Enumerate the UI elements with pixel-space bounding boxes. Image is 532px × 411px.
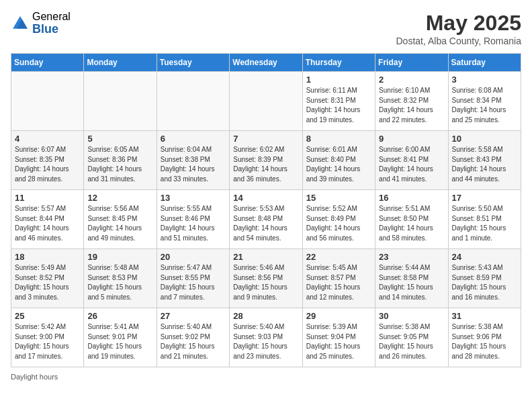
day-info: Sunrise: 5:55 AM Sunset: 8:46 PM Dayligh… xyxy=(161,204,226,243)
day-number: 11 xyxy=(15,193,80,203)
day-number: 5 xyxy=(87,134,152,144)
calendar-cell: 14Sunrise: 5:53 AM Sunset: 8:48 PM Dayli… xyxy=(230,190,302,249)
day-number: 22 xyxy=(306,252,371,262)
calendar-cell: 25Sunrise: 5:42 AM Sunset: 9:00 PM Dayli… xyxy=(11,308,84,367)
day-number: 9 xyxy=(379,134,444,144)
calendar-cell: 20Sunrise: 5:47 AM Sunset: 8:55 PM Dayli… xyxy=(157,249,229,308)
day-info: Sunrise: 5:44 AM Sunset: 8:58 PM Dayligh… xyxy=(379,263,444,302)
day-info: Sunrise: 6:05 AM Sunset: 8:36 PM Dayligh… xyxy=(87,145,152,184)
day-number: 26 xyxy=(87,311,152,321)
day-info: Sunrise: 5:41 AM Sunset: 9:01 PM Dayligh… xyxy=(87,322,152,361)
month-title: May 2025 xyxy=(396,11,521,36)
day-number: 16 xyxy=(379,193,444,203)
week-row-5: 25Sunrise: 5:42 AM Sunset: 9:00 PM Dayli… xyxy=(11,308,521,367)
day-info: Sunrise: 5:47 AM Sunset: 8:55 PM Dayligh… xyxy=(161,263,226,302)
calendar-cell: 22Sunrise: 5:45 AM Sunset: 8:57 PM Dayli… xyxy=(302,249,375,308)
day-number: 15 xyxy=(306,193,371,203)
calendar-cell: 13Sunrise: 5:55 AM Sunset: 8:46 PM Dayli… xyxy=(157,190,229,249)
calendar-cell: 24Sunrise: 5:43 AM Sunset: 8:59 PM Dayli… xyxy=(448,249,521,308)
day-info: Sunrise: 5:51 AM Sunset: 8:50 PM Dayligh… xyxy=(379,204,444,243)
day-number: 3 xyxy=(452,75,517,85)
day-number: 28 xyxy=(233,311,298,321)
day-info: Sunrise: 5:56 AM Sunset: 8:45 PM Dayligh… xyxy=(87,204,152,243)
day-number: 30 xyxy=(379,311,444,321)
day-info: Sunrise: 5:40 AM Sunset: 9:02 PM Dayligh… xyxy=(161,322,226,361)
title-section: May 2025 Dostat, Alba County, Romania xyxy=(396,11,521,46)
day-info: Sunrise: 5:53 AM Sunset: 8:48 PM Dayligh… xyxy=(233,204,298,243)
calendar-cell: 27Sunrise: 5:40 AM Sunset: 9:02 PM Dayli… xyxy=(157,308,229,367)
day-number: 23 xyxy=(379,252,444,262)
day-info: Sunrise: 5:45 AM Sunset: 8:57 PM Dayligh… xyxy=(306,263,371,302)
day-info: Sunrise: 5:57 AM Sunset: 8:44 PM Dayligh… xyxy=(15,204,80,243)
logo-blue: Blue xyxy=(32,23,71,36)
day-number: 10 xyxy=(452,134,517,144)
day-number: 12 xyxy=(87,193,152,203)
day-info: Sunrise: 5:50 AM Sunset: 8:51 PM Dayligh… xyxy=(452,204,517,243)
day-header-wednesday: Wednesday xyxy=(230,54,302,72)
week-row-3: 11Sunrise: 5:57 AM Sunset: 8:44 PM Dayli… xyxy=(11,190,521,249)
logo-icon xyxy=(11,14,30,33)
day-number: 18 xyxy=(15,252,80,262)
day-info: Sunrise: 6:11 AM Sunset: 8:31 PM Dayligh… xyxy=(306,86,371,125)
day-number: 1 xyxy=(306,75,371,85)
day-info: Sunrise: 6:04 AM Sunset: 8:38 PM Dayligh… xyxy=(161,145,226,184)
day-number: 19 xyxy=(87,252,152,262)
calendar-cell xyxy=(230,72,302,131)
day-info: Sunrise: 6:10 AM Sunset: 8:32 PM Dayligh… xyxy=(379,86,444,125)
week-row-2: 4Sunrise: 6:07 AM Sunset: 8:35 PM Daylig… xyxy=(11,131,521,190)
day-header-sunday: Sunday xyxy=(11,54,84,72)
day-info: Sunrise: 6:07 AM Sunset: 8:35 PM Dayligh… xyxy=(15,145,80,184)
calendar-cell: 15Sunrise: 5:52 AM Sunset: 8:49 PM Dayli… xyxy=(302,190,375,249)
day-info: Sunrise: 6:01 AM Sunset: 8:40 PM Dayligh… xyxy=(306,145,371,184)
calendar-cell xyxy=(84,72,157,131)
calendar-cell: 16Sunrise: 5:51 AM Sunset: 8:50 PM Dayli… xyxy=(375,190,448,249)
calendar-cell: 17Sunrise: 5:50 AM Sunset: 8:51 PM Dayli… xyxy=(448,190,521,249)
day-info: Sunrise: 5:38 AM Sunset: 9:06 PM Dayligh… xyxy=(452,322,517,361)
day-info: Sunrise: 5:46 AM Sunset: 8:56 PM Dayligh… xyxy=(233,263,298,302)
day-info: Sunrise: 5:49 AM Sunset: 8:52 PM Dayligh… xyxy=(15,263,80,302)
calendar-cell: 6Sunrise: 6:04 AM Sunset: 8:38 PM Daylig… xyxy=(157,131,229,190)
calendar-cell: 28Sunrise: 5:40 AM Sunset: 9:03 PM Dayli… xyxy=(230,308,302,367)
calendar-cell: 4Sunrise: 6:07 AM Sunset: 8:35 PM Daylig… xyxy=(11,131,84,190)
calendar-cell: 29Sunrise: 5:39 AM Sunset: 9:04 PM Dayli… xyxy=(302,308,375,367)
week-row-4: 18Sunrise: 5:49 AM Sunset: 8:52 PM Dayli… xyxy=(11,249,521,308)
day-number: 20 xyxy=(161,252,226,262)
day-info: Sunrise: 5:38 AM Sunset: 9:05 PM Dayligh… xyxy=(379,322,444,361)
calendar-cell: 2Sunrise: 6:10 AM Sunset: 8:32 PM Daylig… xyxy=(375,72,448,131)
day-number: 17 xyxy=(452,193,517,203)
day-number: 4 xyxy=(15,134,80,144)
week-row-1: 1Sunrise: 6:11 AM Sunset: 8:31 PM Daylig… xyxy=(11,72,521,131)
calendar-cell: 9Sunrise: 6:00 AM Sunset: 8:41 PM Daylig… xyxy=(375,131,448,190)
calendar-cell: 19Sunrise: 5:48 AM Sunset: 8:53 PM Dayli… xyxy=(84,249,157,308)
calendar-cell: 21Sunrise: 5:46 AM Sunset: 8:56 PM Dayli… xyxy=(230,249,302,308)
day-info: Sunrise: 6:00 AM Sunset: 8:41 PM Dayligh… xyxy=(379,145,444,184)
calendar-cell: 7Sunrise: 6:02 AM Sunset: 8:39 PM Daylig… xyxy=(230,131,302,190)
day-header-tuesday: Tuesday xyxy=(157,54,229,72)
day-number: 25 xyxy=(15,311,80,321)
day-number: 27 xyxy=(161,311,226,321)
logo: General Blue xyxy=(11,11,71,36)
day-info: Sunrise: 6:08 AM Sunset: 8:34 PM Dayligh… xyxy=(452,86,517,125)
calendar-cell: 30Sunrise: 5:38 AM Sunset: 9:05 PM Dayli… xyxy=(375,308,448,367)
logo-general: General xyxy=(32,11,71,23)
day-info: Sunrise: 5:58 AM Sunset: 8:43 PM Dayligh… xyxy=(452,145,517,184)
day-number: 31 xyxy=(452,311,517,321)
calendar-cell: 8Sunrise: 6:01 AM Sunset: 8:40 PM Daylig… xyxy=(302,131,375,190)
day-info: Sunrise: 5:48 AM Sunset: 8:53 PM Dayligh… xyxy=(87,263,152,302)
calendar-cell xyxy=(157,72,229,131)
day-header-friday: Friday xyxy=(375,54,448,72)
day-number: 21 xyxy=(233,252,298,262)
day-number: 14 xyxy=(233,193,298,203)
calendar-cell: 31Sunrise: 5:38 AM Sunset: 9:06 PM Dayli… xyxy=(448,308,521,367)
day-info: Sunrise: 6:02 AM Sunset: 8:39 PM Dayligh… xyxy=(233,145,298,184)
day-number: 13 xyxy=(161,193,226,203)
location: Dostat, Alba County, Romania xyxy=(396,36,521,46)
calendar-cell: 12Sunrise: 5:56 AM Sunset: 8:45 PM Dayli… xyxy=(84,190,157,249)
calendar-cell xyxy=(11,72,84,131)
page-header: General Blue May 2025 Dostat, Alba Count… xyxy=(11,11,521,46)
day-number: 2 xyxy=(379,75,444,85)
day-number: 8 xyxy=(306,134,371,144)
day-number: 29 xyxy=(306,311,371,321)
calendar-cell: 11Sunrise: 5:57 AM Sunset: 8:44 PM Dayli… xyxy=(11,190,84,249)
header-row: SundayMondayTuesdayWednesdayThursdayFrid… xyxy=(11,54,521,72)
